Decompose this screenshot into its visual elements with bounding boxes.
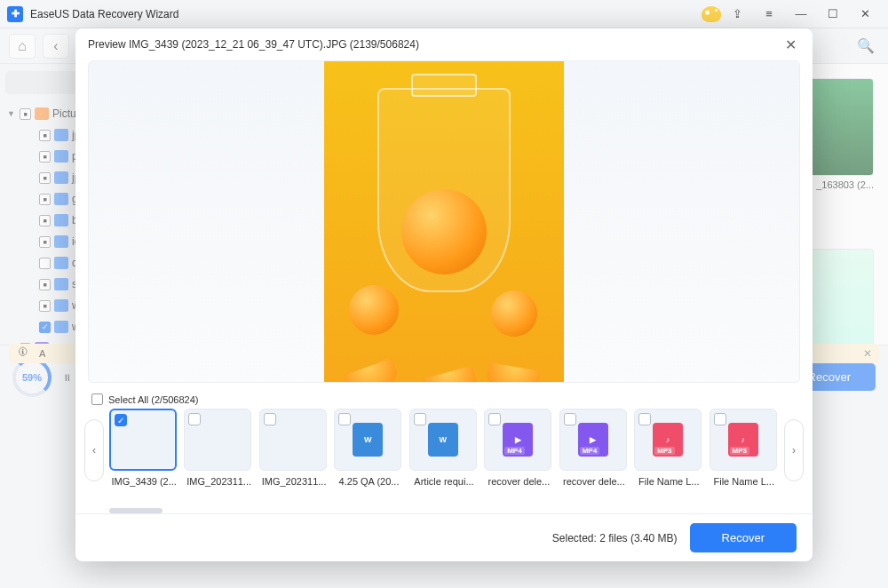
audio-icon: ♪MP3 — [728, 423, 758, 457]
thumb-checkbox[interactable] — [414, 413, 426, 425]
folder-icon — [54, 278, 68, 290]
checkbox-icon[interactable] — [39, 151, 51, 163]
minimize-button[interactable]: — — [785, 0, 817, 28]
checkbox-icon[interactable] — [39, 236, 51, 248]
folder-icon — [54, 214, 68, 226]
folder-icon — [54, 321, 68, 333]
thumb-label: 4.25 QA (20... — [334, 476, 403, 487]
preview-image — [324, 60, 564, 383]
thumb-label: IMG_3439 (2... — [109, 476, 178, 487]
modal-title: Preview IMG_3439 (2023_12_21 06_39_47 UT… — [88, 38, 419, 51]
promo-icon[interactable] — [702, 6, 721, 22]
strip-thumb[interactable]: ▶MP4recover dele... — [484, 409, 553, 487]
thumb-checkbox[interactable] — [188, 413, 201, 425]
thumb-checkbox[interactable] — [338, 413, 351, 425]
close-window-button[interactable]: ✕ — [849, 0, 881, 28]
thumbnail-strip: ‹ IMG_3439 (2...IMG_202311...IMG_202311.… — [75, 409, 813, 506]
select-all-row[interactable]: Select All (2/506824) — [75, 390, 813, 409]
folder-icon — [54, 257, 68, 269]
checkbox-icon[interactable] — [39, 172, 51, 184]
checkbox-icon[interactable] — [39, 322, 51, 333]
checkbox-icon[interactable] — [39, 130, 51, 141]
strip-thumb[interactable]: WArticle requi... — [409, 409, 479, 487]
strip-thumb[interactable]: IMG_202311... — [259, 409, 329, 487]
thumb-checkbox[interactable] — [714, 413, 726, 425]
strip-thumb[interactable]: IMG_3439 (2... — [109, 409, 178, 487]
strip-thumb[interactable]: ♪MP3File Name L... — [634, 409, 703, 487]
thumb-checkbox[interactable] — [564, 413, 576, 425]
strip-thumb[interactable]: ♪MP3File Name L... — [710, 409, 779, 487]
strip-next-button[interactable]: › — [784, 419, 804, 481]
preview-pane — [88, 60, 800, 383]
strip-thumb[interactable]: IMG_202311... — [184, 409, 253, 487]
thumb-label: File Name L... — [634, 476, 703, 487]
checkbox-icon[interactable] — [20, 108, 31, 120]
titlebar: ✚ EaseUS Data Recovery Wizard ⇪ ≡ — ☐ ✕ — [0, 0, 888, 28]
menu-icon[interactable]: ≡ — [753, 0, 785, 28]
folder-icon — [54, 150, 68, 163]
checkbox-icon[interactable] — [39, 215, 51, 226]
folder-icon — [54, 299, 68, 312]
close-ad-icon[interactable]: ✕ — [863, 347, 872, 360]
modal-footer: Selected: 2 files (3.40 MB) Recover — [75, 513, 813, 561]
thumb-label: IMG_202311... — [184, 476, 253, 487]
checkbox-icon[interactable] — [39, 300, 51, 312]
audio-icon: ♪MP3 — [653, 423, 683, 457]
video-icon: ▶MP4 — [503, 423, 533, 457]
app-title: EaseUS Data Recovery Wizard — [30, 8, 178, 20]
thumb-label: File Name L... — [710, 476, 779, 487]
search-button[interactable]: 🔍 — [852, 34, 879, 59]
modal-header: Preview IMG_3439 (2023_12_21 06_39_47 UT… — [75, 28, 813, 60]
modal-close-button[interactable]: ✕ — [781, 33, 800, 57]
word-icon: W — [428, 423, 458, 457]
thumb-checkbox[interactable] — [115, 414, 127, 426]
folder-icon — [54, 129, 68, 141]
modal-selection-summary: Selected: 2 files (3.40 MB) — [552, 532, 678, 544]
select-all-checkbox[interactable] — [91, 393, 103, 405]
word-icon: W — [353, 423, 383, 457]
home-button[interactable]: ⌂ — [9, 34, 36, 59]
thumb-label: recover dele... — [559, 476, 629, 487]
checkbox-icon[interactable] — [39, 279, 51, 290]
checkbox-icon[interactable] — [39, 194, 51, 205]
thumb-checkbox[interactable] — [488, 413, 501, 425]
folder-icon — [54, 171, 68, 184]
checkbox-icon[interactable] — [39, 258, 51, 269]
video-icon: ▶MP4 — [578, 423, 608, 457]
share-icon[interactable]: ⇪ — [721, 0, 753, 28]
thumb-label: recover dele... — [484, 476, 553, 487]
app-logo-icon: ✚ — [7, 6, 23, 22]
thumb-label: IMG_202311... — [259, 476, 329, 487]
ad-text: A — [39, 348, 45, 359]
modal-recover-button[interactable]: Recover — [690, 523, 797, 552]
strip-prev-button[interactable]: ‹ — [84, 419, 104, 481]
maximize-button[interactable]: ☐ — [817, 0, 849, 28]
progress-ring: 59% — [12, 358, 52, 397]
back-button[interactable]: ‹ — [43, 34, 69, 59]
strip-thumb[interactable]: W4.25 QA (20... — [334, 409, 403, 487]
thumb-checkbox[interactable] — [638, 413, 651, 425]
preview-modal: Preview IMG_3439 (2023_12_21 06_39_47 UT… — [75, 28, 813, 561]
thumb-checkbox[interactable] — [264, 413, 276, 425]
thumb-label: Article requi... — [409, 476, 479, 487]
folder-icon — [35, 107, 49, 120]
select-all-label: Select All (2/506824) — [108, 394, 199, 405]
strip-thumb[interactable]: ▶MP4recover dele... — [559, 409, 629, 487]
folder-icon — [54, 235, 68, 248]
folder-icon — [54, 193, 68, 205]
modal-overlay: Preview IMG_3439 (2023_12_21 06_39_47 UT… — [0, 28, 888, 588]
